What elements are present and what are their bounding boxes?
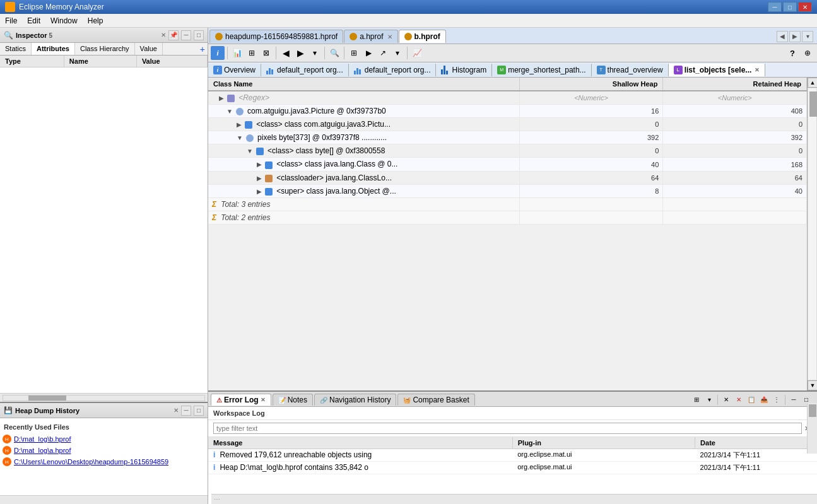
toolbar-chart-button[interactable]: 📊 <box>230 46 244 60</box>
error-log-close-icon[interactable]: ✕ <box>261 397 266 403</box>
toolbar-settings-button[interactable]: ⊕ <box>801 46 814 60</box>
tab-scroll-right[interactable]: ▶ <box>789 31 801 42</box>
filter-input[interactable] <box>213 423 802 434</box>
inspector-minimize-button[interactable]: ─ <box>181 30 191 40</box>
tab-compare-basket[interactable]: 🧺 Compare Basket <box>397 394 474 406</box>
tab-default-report-1[interactable]: default_report org... <box>261 64 349 76</box>
sum-shallow-1 <box>519 197 663 211</box>
bt-btn-7[interactable]: ⋮ <box>771 394 782 406</box>
tab-default-report-2[interactable]: default_report org... <box>349 64 437 76</box>
table-scroll[interactable]: Class Name Shallow Heap Retained Heap ▶ <box>208 78 807 390</box>
menu-file[interactable]: File <box>0 15 22 27</box>
menu-window[interactable]: Window <box>45 15 83 27</box>
tab-notes[interactable]: 📝 Notes <box>273 394 313 406</box>
tab-menu[interactable]: ▾ <box>802 31 813 42</box>
file-tab-bhprof[interactable]: b.hprof <box>399 30 446 43</box>
bottom-scrollbar[interactable] <box>807 403 817 454</box>
toolbar-export-button[interactable]: ↗ <box>376 46 390 60</box>
col-value[interactable]: Value <box>136 56 207 67</box>
toolbar-tree-button[interactable]: ⊞ <box>347 46 361 60</box>
menu-edit[interactable]: Edit <box>22 15 45 27</box>
tab-scroll-left[interactable]: ◀ <box>777 31 788 42</box>
ahprof-close-icon[interactable]: ✕ <box>387 33 392 40</box>
bt-sep-1 <box>717 395 718 405</box>
bottom-scroll-thumb[interactable] <box>809 404 816 417</box>
history-scrollbar[interactable] <box>0 495 208 504</box>
toolbar-forward-button[interactable]: ▶ <box>293 46 307 60</box>
expand-arrow[interactable]: ▶ <box>219 95 224 102</box>
tab-nav-history[interactable]: 🔗 Navigation History <box>314 394 396 406</box>
toolbar-dropdown-button[interactable]: ▾ <box>308 46 322 60</box>
ahprof-icon <box>350 33 357 40</box>
toolbar-grid-button[interactable]: ⊞ <box>245 46 259 60</box>
tab-value[interactable]: Value <box>135 43 163 55</box>
bt-btn-2[interactable]: ▾ <box>703 394 715 406</box>
bt-btn-4[interactable]: ✕ <box>733 394 744 406</box>
bt-btn-6[interactable]: 📤 <box>758 394 770 406</box>
file-tab-heapdump[interactable]: heapdump-1615694859881.hprof <box>209 30 343 43</box>
tab-histogram[interactable]: Histogram <box>436 64 492 76</box>
scroll-thumb[interactable] <box>809 91 817 117</box>
tab-thread-overview[interactable]: T thread_overview <box>592 64 669 76</box>
close-button[interactable]: ✕ <box>798 2 812 12</box>
inspector-add-button[interactable]: + <box>200 44 205 54</box>
toolbar-help-button[interactable]: ? <box>785 46 799 60</box>
merge-icon: M <box>497 66 506 74</box>
tab-statics[interactable]: Statics <box>0 43 32 55</box>
right-scrollbar[interactable]: ▲ ▼ <box>807 78 817 390</box>
expand-arrow-2[interactable]: ▶ <box>237 121 242 128</box>
tab-error-log[interactable]: ⚠ Error Log ✕ <box>211 394 271 406</box>
data-table: Class Name Shallow Heap Retained Heap ▶ <box>208 78 807 225</box>
log-col-message[interactable]: Message <box>208 437 512 449</box>
scroll-track[interactable] <box>808 88 817 380</box>
file-tab-ahprof[interactable]: a.hprof ✕ <box>344 30 397 43</box>
col-name[interactable]: Name <box>64 56 136 67</box>
col-type[interactable]: Type <box>0 56 64 67</box>
expand-arrow-1[interactable]: ▼ <box>226 108 233 115</box>
tab-class-hierarchy[interactable]: Class Hierarchy <box>75 43 135 55</box>
scroll-down-button[interactable]: ▼ <box>808 380 817 390</box>
scroll-up-button[interactable]: ▲ <box>808 78 817 88</box>
history-maximize-button[interactable]: □ <box>194 406 204 416</box>
inspector-pin-button[interactable]: 📌 <box>168 30 179 40</box>
toolbar-back-button[interactable]: ◀ <box>279 46 293 60</box>
log-col-plugin[interactable]: Plug-in <box>512 437 695 449</box>
expand-arrow-7[interactable]: ▶ <box>257 188 262 195</box>
inspector-scrollbar[interactable] <box>0 393 208 402</box>
expand-arrow-4[interactable]: ▼ <box>247 148 253 155</box>
bt-minimize[interactable]: ─ <box>788 394 799 406</box>
expand-arrow-6[interactable]: ▶ <box>257 175 262 182</box>
toolbar-expand-button[interactable]: ▶ <box>361 46 375 60</box>
tab-overview[interactable]: i Overview <box>208 64 261 76</box>
h-scroll-thumb[interactable] <box>28 396 66 401</box>
tab-merge-shortest[interactable]: M merge_shortest_path... <box>492 64 591 76</box>
tab-attributes[interactable]: Attributes <box>32 43 75 55</box>
history-item-1[interactable]: H D:\mat_log\a.hprof <box>3 445 205 456</box>
toolbar-dropdown2-button[interactable]: ▾ <box>391 46 404 60</box>
sum-retained-1 <box>663 197 807 211</box>
bt-btn-1[interactable]: ⊞ <box>691 394 702 406</box>
col-retained-heap[interactable]: Retained Heap <box>663 78 807 91</box>
cell-retained-3: 392 <box>663 131 807 144</box>
bt-btn-5[interactable]: 📋 <box>746 394 757 406</box>
maximize-button[interactable]: □ <box>783 2 797 12</box>
toolbar-info-button[interactable]: i <box>211 46 225 60</box>
history-item-2[interactable]: H C:\Users\Lenovo\Desktop\heapdump-16156… <box>3 456 205 467</box>
col-shallow-heap[interactable]: Shallow Heap <box>519 78 663 91</box>
bt-btn-3[interactable]: ✕ <box>720 394 732 406</box>
log-col-date[interactable]: Date <box>695 437 817 449</box>
expand-arrow-3[interactable]: ▼ <box>237 134 243 141</box>
toolbar-bar-button[interactable]: 📈 <box>410 46 424 60</box>
menu-help[interactable]: Help <box>83 15 109 27</box>
toolbar-filter-button[interactable]: ⊠ <box>259 46 273 60</box>
expand-arrow-5[interactable]: ▶ <box>257 161 262 168</box>
toolbar-search-button[interactable]: 🔍 <box>327 46 341 60</box>
col-class-name[interactable]: Class Name <box>208 78 519 91</box>
inspector-maximize-button[interactable]: □ <box>194 30 204 40</box>
list-objects-close-icon[interactable]: ✕ <box>755 67 760 73</box>
history-item-0[interactable]: H D:\mat_log\b.hprof <box>3 433 205 445</box>
h-scroll-track[interactable] <box>3 395 205 401</box>
tab-list-objects[interactable]: L list_objects [sele... ✕ <box>669 64 766 76</box>
minimize-button[interactable]: ─ <box>768 2 782 12</box>
history-minimize-button[interactable]: ─ <box>181 406 191 416</box>
